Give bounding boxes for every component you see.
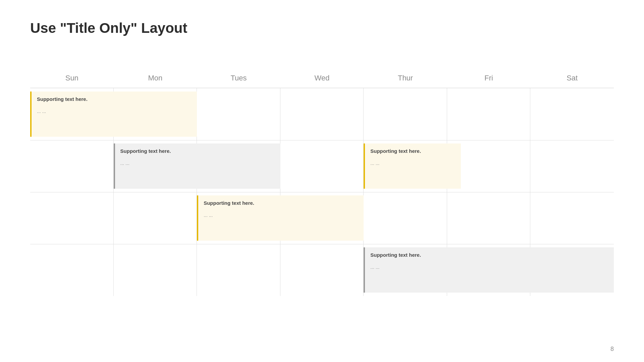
day-header-sun: Sun [30,74,114,88]
event-4: Supporting text here. ... ... [197,195,364,241]
calendar-header: Sun Mon Tues Wed Thur Fri Sat [30,74,614,88]
event-1: Supporting text here. ... ... [30,92,197,137]
page-number: 8 [610,346,614,353]
day-header-wed: Wed [280,74,364,88]
event-3: Supporting text here. ... ... [364,143,461,189]
page-title: Use "Title Only" Layout [30,20,187,36]
day-header-tues: Tues [197,74,280,88]
event-2: Supporting text here. ... ... [114,143,280,189]
day-header-fri: Fri [447,74,531,88]
day-header-sat: Sat [530,74,614,88]
day-header-thur: Thur [364,74,447,88]
event-5: Supporting text here. ... ... [364,247,614,293]
day-header-mon: Mon [114,74,197,88]
calendar: Sun Mon Tues Wed Thur Fri Sat Supporting… [30,74,614,328]
